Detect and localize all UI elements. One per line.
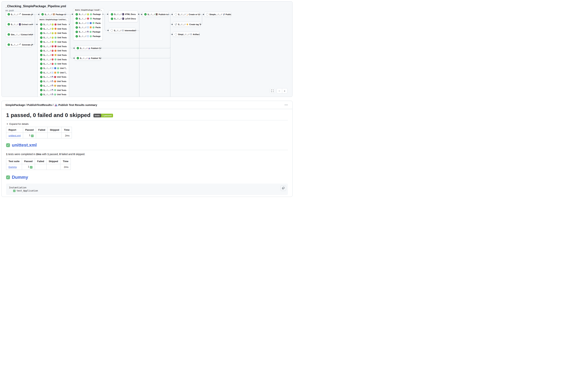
- copy-button[interactable]: [281, 185, 286, 191]
- matrix-job-row[interactable]: S... / ... /Package ins...14s: [76, 17, 101, 21]
- matrix-job-row[interactable]: S... / ... /Unit T...2m 3s: [40, 71, 67, 75]
- job-label: LaTeX Docu...: [125, 18, 136, 20]
- apple-red-icon: [51, 63, 54, 65]
- tests-badge-value: 1 passed: [101, 114, 113, 117]
- graph-node-publish-to-pypi[interactable]: Simple... / ... /Publish to PyPI: [204, 12, 231, 17]
- zoom-in-button[interactable]: +: [282, 88, 287, 93]
- matrix-job-row[interactable]: S... / ... /Unit Tests - ...27s: [40, 57, 67, 62]
- graph-node-extract-configuration[interactable]: S... / ... /Extract configur...6s: [6, 22, 32, 27]
- done-status-icon: [8, 13, 10, 16]
- breadcrumb-path: SimplePackage / PublishTestResults /: [5, 103, 53, 106]
- graph-node-generate-pipeline-1[interactable]: S... / ... /Generate pipelin...3s: [6, 12, 32, 17]
- graph-node-publish-to-gh-pages[interactable]: S... / ... /Publish to GH-P...7s: [142, 12, 168, 17]
- matrix-job-row[interactable]: S... / ... /Unit Tests - ...13s: [40, 79, 67, 83]
- code-line: test_Application: [9, 189, 285, 193]
- windows-icon: [51, 72, 53, 73]
- graph-node-package-in-source[interactable]: S... / ... /Package in Sou...18s: [40, 12, 65, 17]
- matrix-job-row[interactable]: S... / ... /HTML Docu...1m 46s: [111, 12, 136, 16]
- job-path-prefix: S... / ... /: [148, 13, 155, 16]
- suite-section-heading[interactable]: Dummy: [6, 175, 288, 180]
- table-cell: [35, 164, 46, 170]
- matrix-job-row[interactable]: S... / ... /Unit Tests - ...25s: [40, 53, 67, 57]
- matrix-job-row[interactable]: S... / ... /Unit Tests - ...20s: [40, 35, 67, 40]
- dot-yellow-icon: [54, 32, 57, 34]
- skipped-status-icon: [111, 29, 113, 32]
- matrix-job-row[interactable]: S... / ... /Packa...1m 48s: [76, 25, 101, 29]
- expand-for-details-toggle[interactable]: ▼ Expand for details: [6, 122, 288, 125]
- graph-node-extract-information[interactable]: Sim... / ... /Extract Information4s: [6, 32, 32, 37]
- matrix-job-row[interactable]: S... / ... /Unit Tests - ...39s: [40, 27, 67, 31]
- matrix-job-row[interactable]: S... / ... /Unit T...2m 7s: [40, 66, 67, 70]
- job-path-prefix: S... / ... /: [44, 49, 51, 52]
- table-cell: 2ms: [60, 164, 71, 170]
- matrix-job-row[interactable]: S... / ... /LaTeX Docu...1m 18s: [111, 17, 136, 21]
- done-status-icon: [40, 76, 43, 78]
- job-label: Unit Tests - ...: [57, 23, 67, 25]
- graph-node-generate-pipeline-2[interactable]: S... / ... /Generate pipelin...4s: [6, 42, 32, 47]
- report-section-heading[interactable]: unittest.xml: [6, 143, 288, 150]
- zoom-out-button[interactable]: −: [277, 88, 282, 93]
- job-path-prefix: S... / ... /: [45, 13, 52, 16]
- done-status-icon: [40, 63, 43, 65]
- matrix-job-row[interactable]: S... / ... /Unit Tests - ...28s: [40, 44, 67, 48]
- matrix-job-row[interactable]: S... / ... /Unit Tests - ...15s: [40, 84, 67, 88]
- graph-node-create-or-update-release[interactable]: S... / ... /Create or Update R...: [173, 12, 200, 17]
- done-status-icon: [40, 27, 43, 30]
- job-path-prefix: S... / ... /: [178, 13, 185, 16]
- matrix-job-row[interactable]: S... / ... /Unit Tests - ...30s: [40, 48, 67, 53]
- job-path-prefix: S... / ... /: [44, 76, 51, 78]
- table-link[interactable]: Dummy: [8, 166, 17, 169]
- column-header: Passed: [22, 158, 35, 164]
- matrix-job-row[interactable]: S... / ... /Unit Tests - ...36s: [40, 22, 67, 26]
- workflow-graph-pane: _Checking_SimplePackage_Pipeline.yml on:…: [1, 1, 293, 97]
- chart-icon: [88, 47, 90, 49]
- job-label: Package in Sou...: [56, 13, 65, 16]
- graph-node-artifact-cleanup[interactable]: Simpl... / ... /Artifact Cleanup: [173, 32, 200, 37]
- done-status-icon: [40, 49, 43, 52]
- table-row: Dummy12ms: [6, 164, 71, 170]
- job-label: Extract configur...: [22, 23, 32, 25]
- matrix-job-row[interactable]: S... / ... /Unit Tests - ...16s: [40, 75, 67, 79]
- column-header: Report: [6, 127, 23, 133]
- matrix-job-row[interactable]: S... / ... /Package ins...11s: [76, 12, 101, 16]
- done-status-icon: [76, 35, 78, 38]
- matrix-job-row[interactable]: S... / ... /Unit Tests - ...18s: [40, 40, 67, 44]
- apple-red-icon: [51, 45, 54, 47]
- check-mark-icon: [30, 166, 33, 169]
- matrix-job-row[interactable]: S... / ... /Package ins...22s: [76, 34, 101, 38]
- table-link[interactable]: unittest.xml: [8, 134, 21, 137]
- done-status-icon: [111, 13, 113, 16]
- kebab-menu-button[interactable]: [284, 103, 289, 106]
- done-status-icon: [76, 17, 78, 20]
- done-status-icon: [76, 13, 78, 16]
- column-header: Skipped: [46, 158, 60, 164]
- report-results-table: ReportPassedFailedSkippedTimeunittest.xm…: [6, 127, 72, 139]
- graph-node-create-tag[interactable]: S... / ... /Create tag '${{ in...0s: [173, 22, 200, 27]
- dot-green-icon: [54, 37, 57, 39]
- job-path-prefix: S... / ... /: [44, 58, 51, 61]
- graph-node-intermediate-artifacts[interactable]: S... / ... /Intermediate Artifa...: [109, 28, 135, 33]
- check-mark-icon: [6, 143, 10, 147]
- matrix-job-row[interactable]: S... / ... /Unit Tests - ...40s: [40, 62, 67, 66]
- matrix-job-row[interactable]: S... / ... /Packa...1m 45s: [76, 21, 101, 25]
- results-headline: 1 passed, 0 failed and 0 skipped tests 1…: [6, 112, 288, 120]
- matrix-job-row[interactable]: S... / ... /Package inst...9s: [76, 30, 101, 34]
- penguin-icon: [87, 31, 89, 33]
- wastebasket-icon: [122, 30, 124, 31]
- done-status-icon: [8, 33, 10, 36]
- graph-node-publish-code-coverage[interactable]: S... / ... /Publish Code C...22s: [75, 46, 101, 51]
- job-label: Package ins...: [93, 18, 101, 20]
- job-label: Unit Tests - ...: [57, 58, 67, 61]
- matrix-job-row[interactable]: S... / ... /Unit Tests - ...14s: [40, 93, 67, 97]
- matrix-job-row[interactable]: S... / ... /Unit Tests - ...14s: [40, 88, 67, 92]
- done-status-icon: [40, 84, 43, 87]
- matrix-job-row[interactable]: S... / ... /Unit Tests - ...19s: [40, 31, 67, 35]
- job-path-prefix: Simpl... / ... /: [178, 33, 189, 35]
- job-label: Package ins...: [93, 13, 101, 15]
- graph-node-publish-test-results[interactable]: S... / ... /Publish Test Re...14s: [75, 56, 101, 61]
- package-icon: [53, 14, 55, 15]
- job-label: Generate pipelin...: [22, 13, 32, 16]
- dot-green-icon: [90, 35, 92, 37]
- fullscreen-button[interactable]: [270, 88, 275, 93]
- done-status-icon: [40, 32, 43, 34]
